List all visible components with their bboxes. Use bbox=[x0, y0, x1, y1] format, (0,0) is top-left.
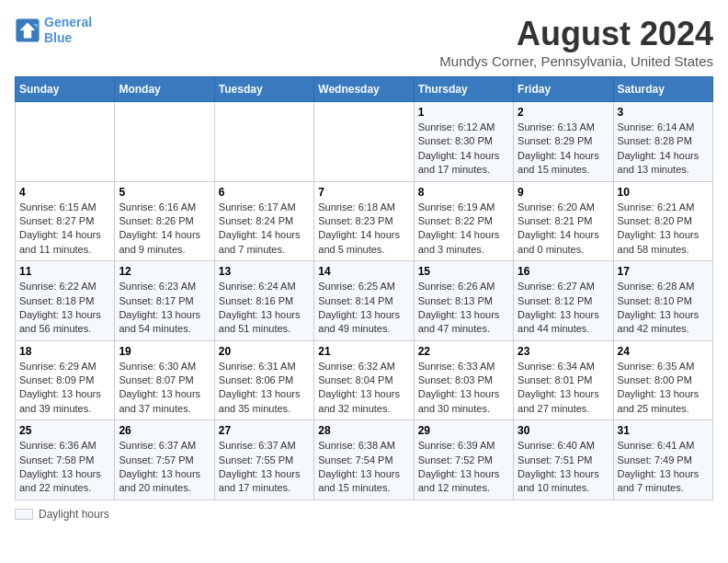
day-number: 30 bbox=[518, 424, 609, 437]
subtitle: Mundys Corner, Pennsylvania, United Stat… bbox=[439, 53, 713, 69]
day-number: 5 bbox=[119, 186, 210, 199]
day-number: 9 bbox=[518, 186, 609, 199]
day-number: 2 bbox=[518, 106, 609, 119]
calendar-cell: 25Sunrise: 6:36 AM Sunset: 7:58 PM Dayli… bbox=[16, 420, 115, 500]
day-info: Sunrise: 6:36 AM Sunset: 7:58 PM Dayligh… bbox=[19, 439, 110, 496]
calendar-day-header: Tuesday bbox=[214, 77, 313, 102]
calendar-cell: 9Sunrise: 6:20 AM Sunset: 8:21 PM Daylig… bbox=[514, 181, 613, 261]
legend-box bbox=[15, 509, 33, 520]
legend-label: Daylight hours bbox=[39, 508, 109, 521]
day-info: Sunrise: 6:35 AM Sunset: 8:00 PM Dayligh… bbox=[618, 360, 709, 417]
calendar-cell: 4Sunrise: 6:15 AM Sunset: 8:27 PM Daylig… bbox=[16, 181, 115, 261]
calendar-cell bbox=[314, 102, 414, 182]
calendar-cell: 11Sunrise: 6:22 AM Sunset: 8:18 PM Dayli… bbox=[16, 261, 115, 341]
calendar-cell: 3Sunrise: 6:14 AM Sunset: 8:28 PM Daylig… bbox=[613, 102, 712, 182]
day-number: 26 bbox=[119, 424, 210, 437]
main-title: August 2024 bbox=[439, 15, 713, 53]
day-number: 19 bbox=[119, 345, 210, 358]
day-info: Sunrise: 6:37 AM Sunset: 7:55 PM Dayligh… bbox=[219, 439, 310, 496]
day-number: 25 bbox=[19, 424, 110, 437]
calendar-cell: 28Sunrise: 6:38 AM Sunset: 7:54 PM Dayli… bbox=[314, 420, 414, 500]
day-number: 17 bbox=[618, 265, 709, 278]
day-info: Sunrise: 6:21 AM Sunset: 8:20 PM Dayligh… bbox=[618, 201, 709, 258]
calendar-cell: 2Sunrise: 6:13 AM Sunset: 8:29 PM Daylig… bbox=[514, 102, 613, 182]
day-info: Sunrise: 6:16 AM Sunset: 8:26 PM Dayligh… bbox=[119, 201, 210, 258]
calendar-cell: 31Sunrise: 6:41 AM Sunset: 7:49 PM Dayli… bbox=[613, 420, 712, 500]
day-info: Sunrise: 6:40 AM Sunset: 7:51 PM Dayligh… bbox=[518, 439, 609, 496]
day-number: 22 bbox=[418, 345, 509, 358]
calendar-cell: 20Sunrise: 6:31 AM Sunset: 8:06 PM Dayli… bbox=[214, 340, 313, 420]
day-number: 21 bbox=[318, 345, 409, 358]
day-info: Sunrise: 6:27 AM Sunset: 8:12 PM Dayligh… bbox=[518, 280, 609, 337]
calendar-cell: 5Sunrise: 6:16 AM Sunset: 8:26 PM Daylig… bbox=[115, 181, 214, 261]
day-number: 1 bbox=[418, 106, 509, 119]
logo-text: General Blue bbox=[44, 15, 92, 46]
calendar-cell: 19Sunrise: 6:30 AM Sunset: 8:07 PM Dayli… bbox=[115, 340, 214, 420]
day-number: 7 bbox=[318, 186, 409, 199]
calendar-cell: 21Sunrise: 6:32 AM Sunset: 8:04 PM Dayli… bbox=[314, 340, 414, 420]
calendar-cell: 15Sunrise: 6:26 AM Sunset: 8:13 PM Dayli… bbox=[414, 261, 513, 341]
legend: Daylight hours bbox=[15, 508, 713, 521]
day-info: Sunrise: 6:26 AM Sunset: 8:13 PM Dayligh… bbox=[418, 280, 509, 337]
day-info: Sunrise: 6:32 AM Sunset: 8:04 PM Dayligh… bbox=[318, 360, 409, 417]
calendar-week-row: 25Sunrise: 6:36 AM Sunset: 7:58 PM Dayli… bbox=[16, 420, 713, 500]
calendar-day-header: Monday bbox=[115, 77, 214, 102]
calendar-cell bbox=[16, 102, 115, 182]
header: General Blue August 2024 Mundys Corner, … bbox=[15, 15, 713, 69]
calendar-cell: 23Sunrise: 6:34 AM Sunset: 8:01 PM Dayli… bbox=[514, 340, 613, 420]
calendar-cell: 29Sunrise: 6:39 AM Sunset: 7:52 PM Dayli… bbox=[414, 420, 513, 500]
calendar-cell: 6Sunrise: 6:17 AM Sunset: 8:24 PM Daylig… bbox=[214, 181, 313, 261]
day-number: 11 bbox=[19, 265, 110, 278]
calendar-cell: 26Sunrise: 6:37 AM Sunset: 7:57 PM Dayli… bbox=[115, 420, 214, 500]
calendar-week-row: 4Sunrise: 6:15 AM Sunset: 8:27 PM Daylig… bbox=[16, 181, 713, 261]
calendar-cell: 22Sunrise: 6:33 AM Sunset: 8:03 PM Dayli… bbox=[414, 340, 513, 420]
day-info: Sunrise: 6:37 AM Sunset: 7:57 PM Dayligh… bbox=[119, 439, 210, 496]
calendar-week-row: 1Sunrise: 6:12 AM Sunset: 8:30 PM Daylig… bbox=[16, 102, 713, 182]
calendar-cell bbox=[115, 102, 214, 182]
day-number: 3 bbox=[618, 106, 709, 119]
calendar-cell: 8Sunrise: 6:19 AM Sunset: 8:22 PM Daylig… bbox=[414, 181, 513, 261]
day-info: Sunrise: 6:31 AM Sunset: 8:06 PM Dayligh… bbox=[219, 360, 310, 417]
day-info: Sunrise: 6:13 AM Sunset: 8:29 PM Dayligh… bbox=[518, 121, 609, 178]
day-info: Sunrise: 6:20 AM Sunset: 8:21 PM Dayligh… bbox=[518, 201, 609, 258]
calendar-week-row: 11Sunrise: 6:22 AM Sunset: 8:18 PM Dayli… bbox=[16, 261, 713, 341]
day-info: Sunrise: 6:28 AM Sunset: 8:10 PM Dayligh… bbox=[618, 280, 709, 337]
calendar-day-header: Friday bbox=[514, 77, 613, 102]
day-number: 13 bbox=[219, 265, 310, 278]
calendar-day-header: Sunday bbox=[16, 77, 115, 102]
day-number: 6 bbox=[219, 186, 310, 199]
calendar-day-header: Wednesday bbox=[314, 77, 414, 102]
day-info: Sunrise: 6:34 AM Sunset: 8:01 PM Dayligh… bbox=[518, 360, 609, 417]
calendar-cell: 1Sunrise: 6:12 AM Sunset: 8:30 PM Daylig… bbox=[414, 102, 513, 182]
day-info: Sunrise: 6:12 AM Sunset: 8:30 PM Dayligh… bbox=[418, 121, 509, 178]
day-info: Sunrise: 6:39 AM Sunset: 7:52 PM Dayligh… bbox=[418, 439, 509, 496]
calendar-cell: 18Sunrise: 6:29 AM Sunset: 8:09 PM Dayli… bbox=[16, 340, 115, 420]
title-area: August 2024 Mundys Corner, Pennsylvania,… bbox=[439, 15, 713, 69]
day-number: 15 bbox=[418, 265, 509, 278]
day-info: Sunrise: 6:41 AM Sunset: 7:49 PM Dayligh… bbox=[618, 439, 709, 496]
day-info: Sunrise: 6:30 AM Sunset: 8:07 PM Dayligh… bbox=[119, 360, 210, 417]
calendar-cell bbox=[214, 102, 313, 182]
logo-icon bbox=[15, 17, 40, 43]
calendar-week-row: 18Sunrise: 6:29 AM Sunset: 8:09 PM Dayli… bbox=[16, 340, 713, 420]
day-number: 20 bbox=[219, 345, 310, 358]
calendar-cell: 17Sunrise: 6:28 AM Sunset: 8:10 PM Dayli… bbox=[613, 261, 712, 341]
day-number: 29 bbox=[418, 424, 509, 437]
day-number: 12 bbox=[119, 265, 210, 278]
day-number: 4 bbox=[19, 186, 110, 199]
calendar-day-header: Thursday bbox=[414, 77, 513, 102]
day-number: 31 bbox=[618, 424, 709, 437]
calendar: SundayMondayTuesdayWednesdayThursdayFrid… bbox=[15, 76, 713, 500]
day-info: Sunrise: 6:17 AM Sunset: 8:24 PM Dayligh… bbox=[219, 201, 310, 258]
day-info: Sunrise: 6:29 AM Sunset: 8:09 PM Dayligh… bbox=[19, 360, 110, 417]
day-info: Sunrise: 6:23 AM Sunset: 8:17 PM Dayligh… bbox=[119, 280, 210, 337]
calendar-cell: 12Sunrise: 6:23 AM Sunset: 8:17 PM Dayli… bbox=[115, 261, 214, 341]
calendar-cell: 7Sunrise: 6:18 AM Sunset: 8:23 PM Daylig… bbox=[314, 181, 414, 261]
day-info: Sunrise: 6:18 AM Sunset: 8:23 PM Dayligh… bbox=[318, 201, 409, 258]
day-number: 24 bbox=[618, 345, 709, 358]
day-info: Sunrise: 6:14 AM Sunset: 8:28 PM Dayligh… bbox=[618, 121, 709, 178]
day-info: Sunrise: 6:15 AM Sunset: 8:27 PM Dayligh… bbox=[19, 201, 110, 258]
calendar-cell: 24Sunrise: 6:35 AM Sunset: 8:00 PM Dayli… bbox=[613, 340, 712, 420]
calendar-cell: 30Sunrise: 6:40 AM Sunset: 7:51 PM Dayli… bbox=[514, 420, 613, 500]
calendar-cell: 13Sunrise: 6:24 AM Sunset: 8:16 PM Dayli… bbox=[214, 261, 313, 341]
